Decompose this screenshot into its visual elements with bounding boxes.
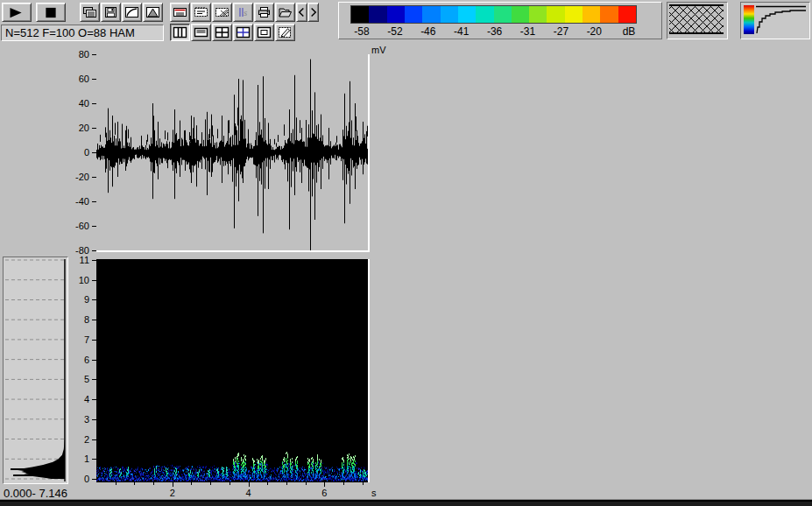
scale-curve-button[interactable] xyxy=(122,3,142,22)
stop-icon xyxy=(39,6,62,19)
play-icon xyxy=(5,6,28,19)
svg-text:s: s xyxy=(244,7,247,18)
waveform-display[interactable] xyxy=(96,54,368,250)
spectrogram-display[interactable] xyxy=(96,259,368,482)
layout-vertical-button[interactable] xyxy=(170,24,190,41)
colormap-segment xyxy=(565,6,583,23)
spectrogram-ytick xyxy=(92,419,96,420)
average-spectrum-panel xyxy=(3,257,68,484)
colormap-segment xyxy=(583,6,600,23)
spectrogram-xtick xyxy=(210,482,211,485)
spectrogram-xtick xyxy=(153,482,154,485)
colormap-bar xyxy=(350,5,637,24)
floppy-icon xyxy=(103,6,118,18)
waveform-ytick xyxy=(92,79,96,80)
layout-horizontal-button[interactable] xyxy=(191,24,211,41)
printer-icon xyxy=(257,6,272,18)
waveform-ytick xyxy=(92,201,96,202)
spectrogram-xtick-label: 2 xyxy=(170,488,175,498)
waveform-ytick-label: 0 xyxy=(63,147,89,158)
scroll-left-button[interactable] xyxy=(296,3,307,22)
palette-curve-box[interactable] xyxy=(740,2,810,39)
folder-open-icon xyxy=(278,6,293,18)
window-dashed-icon xyxy=(194,6,208,18)
waveform-ytick xyxy=(92,177,96,178)
average-spectrum-plot xyxy=(4,257,67,483)
play-button[interactable] xyxy=(2,3,32,22)
waveform-ytick xyxy=(92,128,96,129)
print-button[interactable] xyxy=(254,3,274,22)
spectrogram-xtick xyxy=(267,482,268,485)
colormap-segment xyxy=(458,6,476,23)
edit-display-button[interactable] xyxy=(275,24,295,41)
waveform-ytick-label: -60 xyxy=(63,221,89,231)
waveform-ytick xyxy=(92,226,96,227)
layout-quad-axes-button[interactable] xyxy=(233,24,253,41)
layout-quad-blue-icon xyxy=(236,26,251,39)
pattern-selector-box[interactable] xyxy=(667,2,728,39)
colormap-segment xyxy=(600,6,618,23)
spectrogram-xtick xyxy=(306,482,307,485)
layout-inner-window-button[interactable] xyxy=(254,24,274,41)
layout-quad-icon xyxy=(215,26,229,39)
spectrogram-xtick xyxy=(324,482,325,487)
colormap-segment xyxy=(494,6,512,23)
peak-icon xyxy=(145,6,160,18)
layout-quad-button[interactable] xyxy=(212,24,232,41)
spectrogram-ytick xyxy=(92,439,96,440)
spectrogram-ytick xyxy=(92,280,96,281)
waveform-ytick-label: 80 xyxy=(63,49,89,60)
waveform-ytick-label: 40 xyxy=(63,98,89,109)
capture-region-button[interactable] xyxy=(212,3,232,22)
waveform-ytick xyxy=(92,250,96,251)
colormap-segment xyxy=(512,6,529,23)
waveform-ytick xyxy=(92,103,96,104)
colormap-segment xyxy=(351,6,369,23)
waveform-window-button[interactable] xyxy=(170,3,190,22)
curve-icon xyxy=(124,6,139,18)
color-scale-legend: -58-52-46-41-36-31-27-20dB xyxy=(338,2,662,39)
window-hatch-icon xyxy=(215,6,229,18)
colormap-segment xyxy=(618,6,636,23)
spectrum-view-button[interactable] xyxy=(143,3,163,22)
colormap-tick-label: -20 xyxy=(575,25,613,38)
spectrogram-xtick xyxy=(191,482,192,485)
layout-horizontal-icon xyxy=(194,26,208,39)
spectrogram-xtick xyxy=(286,482,287,485)
colormap-segment xyxy=(369,6,386,23)
open-file-button[interactable] xyxy=(275,3,295,22)
waveform-ytick-label: 60 xyxy=(63,74,89,84)
colormap-segment xyxy=(441,6,458,23)
waveform-border xyxy=(368,54,370,252)
layout-inner-icon xyxy=(257,26,272,39)
colormap-segment xyxy=(476,6,493,23)
colormap-unit-label: dB xyxy=(610,25,648,38)
spectrogram-xtick-label: 6 xyxy=(321,488,327,498)
spectrogram-xtick xyxy=(343,482,344,485)
spectrogram-ytick xyxy=(92,479,96,480)
colormap-segment xyxy=(547,6,564,23)
capture-settings-button[interactable] xyxy=(191,3,211,22)
scroll-right-button[interactable] xyxy=(307,3,319,22)
copy-display-button[interactable] xyxy=(80,3,100,22)
waveform-ytick-label: 20 xyxy=(63,123,89,133)
waveform-ytick xyxy=(92,152,96,153)
waveform-ytick xyxy=(92,54,96,55)
spectrogram-xtick xyxy=(229,482,230,485)
palette-curve-icon xyxy=(741,3,808,37)
spectrogram-ytick xyxy=(92,379,96,380)
time-unit-label: s xyxy=(371,488,377,498)
spectrogram-xtick-label: 4 xyxy=(245,488,251,498)
spectrogram-ytick xyxy=(92,320,96,320)
spectrogram-xtick xyxy=(116,482,117,485)
stop-button[interactable] xyxy=(36,3,66,22)
colormap-segment xyxy=(529,6,547,23)
waveform-border xyxy=(96,250,370,252)
fft-settings-field[interactable]: N=512 F=100 O=88 HAM xyxy=(1,25,164,41)
spectrogram-xtick xyxy=(363,482,364,485)
spectrogram-ytick xyxy=(92,360,96,361)
fs-tool-button: s xyxy=(233,3,253,22)
save-button[interactable] xyxy=(101,3,121,22)
colormap-segment xyxy=(405,6,422,23)
chevron-left-icon xyxy=(297,6,307,18)
